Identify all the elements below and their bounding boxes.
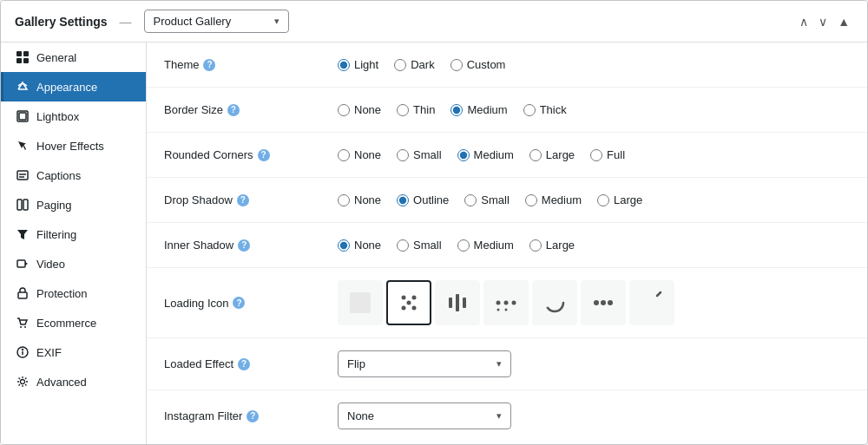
- loaded-effect-chevron-icon: ▾: [496, 358, 502, 370]
- loading-icon-2[interactable]: [435, 280, 480, 325]
- theme-controls: Light Dark Custom: [338, 58, 505, 71]
- inner-none-option[interactable]: None: [338, 239, 381, 252]
- svg-rect-1: [23, 51, 29, 56]
- rounded-small-radio[interactable]: [397, 149, 409, 161]
- loading-icon-6[interactable]: [629, 280, 674, 325]
- loading-icon-5[interactable]: [581, 280, 626, 325]
- svg-rect-14: [18, 292, 27, 298]
- sidebar-item-filtering-label: Filtering: [36, 228, 76, 241]
- loading-icon-1[interactable]: [386, 280, 431, 325]
- border-none-radio[interactable]: [338, 104, 350, 116]
- instagram-filter-help-icon[interactable]: ?: [247, 410, 259, 422]
- border-thin-option[interactable]: Thin: [397, 103, 435, 116]
- svg-rect-9: [17, 200, 22, 210]
- sidebar-item-video[interactable]: Video: [1, 249, 146, 278]
- loaded-effect-value: Flip: [347, 357, 365, 370]
- shadow-none-radio[interactable]: [338, 194, 350, 206]
- svg-point-38: [608, 300, 613, 305]
- sidebar-item-appearance[interactable]: Appearance: [1, 72, 146, 101]
- shadow-large-radio[interactable]: [597, 194, 609, 206]
- shadow-outline-option[interactable]: Outline: [397, 193, 449, 206]
- rounded-full-radio[interactable]: [590, 149, 602, 161]
- loaded-effect-help-icon[interactable]: ?: [238, 358, 250, 370]
- rounded-none-radio[interactable]: [338, 149, 350, 161]
- loading-icon-0[interactable]: [338, 280, 383, 325]
- loading-icon-4[interactable]: [532, 280, 577, 325]
- rounded-none-option[interactable]: None: [338, 148, 381, 161]
- shadow-large-option[interactable]: Large: [597, 193, 642, 206]
- gallery-dropdown[interactable]: Product Gallery ▾: [144, 10, 290, 33]
- drop-shadow-label: Drop Shadow ?: [164, 193, 338, 206]
- border-medium-radio[interactable]: [450, 104, 463, 116]
- inner-small-radio[interactable]: [397, 239, 409, 252]
- instagram-filter-value: None: [347, 409, 374, 422]
- border-medium-option[interactable]: Medium: [450, 103, 507, 116]
- border-size-help-icon[interactable]: ?: [227, 104, 240, 116]
- rounded-full-option[interactable]: Full: [590, 148, 625, 161]
- grid-icon: [16, 50, 30, 64]
- shadow-small-option[interactable]: Small: [464, 193, 510, 206]
- theme-help-icon[interactable]: ?: [203, 59, 215, 71]
- sidebar-item-hover-effects[interactable]: Hover Effects: [1, 131, 146, 160]
- inner-shadow-help-icon[interactable]: ?: [238, 239, 250, 252]
- theme-light-radio[interactable]: [338, 59, 350, 71]
- sidebar-item-video-label: Video: [36, 258, 65, 271]
- panel-title: Gallery Settings: [15, 15, 108, 29]
- scroll-down-button[interactable]: ∨: [815, 14, 831, 29]
- inner-large-option[interactable]: Large: [529, 239, 575, 252]
- instagram-filter-dropdown[interactable]: None ▾: [338, 402, 511, 429]
- svg-marker-13: [25, 262, 28, 265]
- rounded-medium-option[interactable]: Medium: [457, 148, 514, 161]
- shadow-medium-radio[interactable]: [525, 194, 537, 206]
- rounded-corners-label: Rounded Corners ?: [164, 148, 338, 161]
- drop-shadow-help-icon[interactable]: ?: [237, 194, 249, 206]
- theme-custom-radio[interactable]: [450, 59, 463, 71]
- svg-point-25: [412, 306, 417, 311]
- border-none-option[interactable]: None: [338, 103, 381, 116]
- sidebar-item-lightbox[interactable]: Lightbox: [1, 101, 146, 131]
- sidebar-item-paging[interactable]: Paging: [1, 190, 146, 219]
- sidebar-item-ecommerce[interactable]: Ecommerce: [1, 308, 146, 337]
- theme-custom-option[interactable]: Custom: [450, 58, 506, 71]
- loaded-effect-dropdown[interactable]: Flip ▾: [338, 350, 511, 377]
- sidebar-item-lightbox-label: Lightbox: [36, 110, 79, 123]
- sidebar-item-protection[interactable]: Protection: [1, 278, 146, 308]
- rounded-large-option[interactable]: Large: [529, 148, 575, 161]
- sidebar-item-exif[interactable]: EXIF: [1, 337, 146, 367]
- theme-dark-option[interactable]: Dark: [394, 58, 434, 71]
- scroll-up-button[interactable]: ∧: [796, 14, 812, 29]
- rounded-medium-radio[interactable]: [457, 149, 470, 161]
- shadow-medium-option[interactable]: Medium: [525, 193, 582, 206]
- header-left: Gallery Settings — Product Gallery ▾: [15, 10, 289, 33]
- theme-light-option[interactable]: Light: [338, 58, 378, 71]
- sidebar-item-general[interactable]: General: [1, 43, 146, 72]
- inner-small-option[interactable]: Small: [397, 239, 442, 252]
- sidebar-item-filtering[interactable]: Filtering: [1, 219, 146, 249]
- gear-icon: [16, 375, 30, 389]
- rounded-large-radio[interactable]: [529, 149, 542, 161]
- rounded-corners-help-icon[interactable]: ?: [258, 149, 270, 161]
- border-thick-option[interactable]: Thick: [523, 103, 567, 116]
- shadow-outline-radio[interactable]: [397, 194, 409, 206]
- shadow-none-option[interactable]: None: [338, 193, 381, 206]
- theme-dark-radio[interactable]: [394, 59, 406, 71]
- loading-icon-help-icon[interactable]: ?: [233, 297, 245, 309]
- svg-point-36: [594, 300, 599, 305]
- inner-medium-radio[interactable]: [457, 239, 470, 252]
- svg-rect-12: [17, 260, 25, 267]
- inner-large-radio[interactable]: [529, 239, 542, 252]
- loading-icon-3[interactable]: [483, 280, 529, 325]
- sidebar-item-captions[interactable]: Captions: [1, 160, 146, 190]
- sidebar-item-advanced[interactable]: Advanced: [1, 367, 146, 396]
- sidebar-item-exif-label: EXIF: [36, 346, 62, 359]
- rounded-small-option[interactable]: Small: [397, 148, 442, 161]
- shadow-small-radio[interactable]: [464, 194, 477, 206]
- border-thin-radio[interactable]: [397, 104, 409, 116]
- sidebar-item-ecommerce-label: Ecommerce: [36, 317, 96, 330]
- svg-point-34: [505, 309, 508, 311]
- collapse-button[interactable]: ▲: [834, 14, 853, 29]
- border-thick-radio[interactable]: [523, 104, 536, 116]
- inner-medium-option[interactable]: Medium: [457, 239, 514, 252]
- border-size-controls: None Thin Medium Thick: [338, 103, 567, 116]
- inner-none-radio[interactable]: [338, 239, 350, 252]
